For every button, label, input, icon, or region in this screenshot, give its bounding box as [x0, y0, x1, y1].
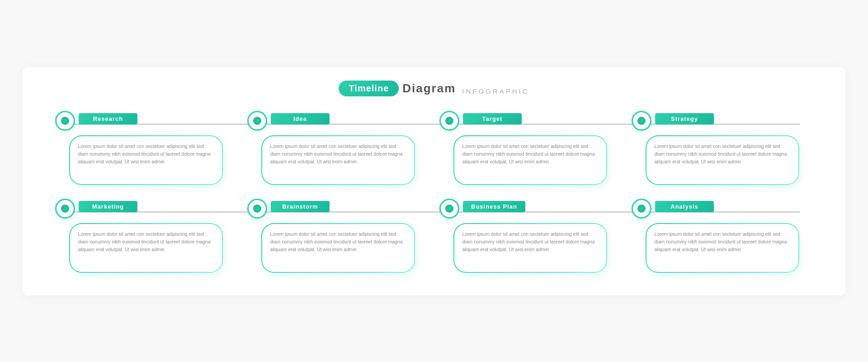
item-strategy-header: Strategy	[632, 111, 813, 131]
item-marketing-header: Marketing	[55, 199, 236, 219]
strategy-label: Strategy	[655, 113, 714, 124]
research-label: Research	[79, 113, 137, 124]
target-label: Target	[463, 113, 522, 124]
item-research: Research Lorem ipsum dolor sit amet con …	[50, 111, 242, 185]
research-content-text: Lorem ipsum dolor sit amet con sectetuer…	[78, 143, 214, 166]
item-target: Target Lorem ipsum dolor sit amet con se…	[434, 111, 626, 185]
research-circle-inner	[61, 117, 69, 125]
idea-content-box: Lorem ipsum dolor sit amet con sectetuer…	[261, 135, 415, 185]
marketing-content-text: Lorem ipsum dolor sit amet con sectetuer…	[78, 230, 214, 254]
item-idea: Idea Lorem ipsum dolor sit amet con sect…	[242, 111, 434, 185]
target-circle	[439, 111, 459, 131]
item-strategy: Strategy Lorem ipsum dolor sit amet con …	[626, 111, 818, 185]
marketing-circle	[55, 199, 75, 219]
analysis-label: Analysis	[655, 201, 714, 212]
strategy-circle	[632, 111, 651, 131]
target-content-box: Lorem ipsum dolor sit amet con sectetuer…	[453, 135, 607, 185]
item-business-plan: Business Plan Lorem ipsum dolor sit amet…	[434, 199, 626, 273]
item-analysis: Analysis Lorem ipsum dolor sit amet con …	[626, 199, 818, 273]
business-plan-content-text: Lorem ipsum dolor sit amet con sectetuer…	[462, 230, 598, 254]
item-brainstorm: Brainstorm Lorem ipsum dolor sit amet co…	[242, 199, 434, 273]
strategy-content-text: Lorem ipsum dolor sit amet con sectetuer…	[655, 143, 790, 166]
brainstorm-circle	[247, 199, 267, 219]
marketing-circle-inner	[61, 205, 69, 213]
idea-content-text: Lorem ipsum dolor sit amet con sectetuer…	[270, 143, 406, 166]
item-target-header: Target	[439, 111, 621, 131]
business-plan-circle-inner	[445, 205, 453, 213]
header: Timeline Diagram INFOGRAPHIC	[50, 81, 818, 96]
business-plan-content-box: Lorem ipsum dolor sit amet con sectetuer…	[453, 223, 607, 273]
item-business-plan-header: Business Plan	[439, 199, 621, 219]
idea-circle	[247, 111, 267, 131]
timeline-row-2: Marketing Lorem ipsum dolor sit amet con…	[50, 199, 818, 273]
strategy-content-box: Lorem ipsum dolor sit amet con sectetuer…	[646, 135, 799, 185]
brainstorm-circle-inner	[253, 205, 261, 213]
marketing-label: Marketing	[79, 201, 137, 212]
research-content-box: Lorem ipsum dolor sit amet con sectetuer…	[69, 135, 223, 185]
item-research-header: Research	[55, 111, 236, 131]
analysis-circle	[632, 199, 651, 219]
business-plan-label: Business Plan	[463, 201, 525, 212]
header-diagram-label: Diagram	[402, 81, 456, 95]
idea-circle-inner	[253, 117, 261, 125]
brainstorm-label: Brainstorm	[271, 201, 330, 212]
item-analysis-header: Analysis	[632, 199, 813, 219]
page-container: Timeline Diagram INFOGRAPHIC Research Lo…	[23, 67, 845, 295]
strategy-circle-inner	[637, 117, 646, 125]
research-circle	[55, 111, 75, 131]
analysis-content-text: Lorem ipsum dolor sit amet con sectetuer…	[655, 230, 790, 254]
header-timeline-badge: Timeline	[339, 81, 399, 96]
target-circle-inner	[445, 117, 453, 125]
timeline-row-1: Research Lorem ipsum dolor sit amet con …	[50, 111, 818, 185]
brainstorm-content-box: Lorem ipsum dolor sit amet con sectetuer…	[261, 223, 415, 273]
business-plan-circle	[439, 199, 459, 219]
marketing-content-box: Lorem ipsum dolor sit amet con sectetuer…	[69, 223, 223, 273]
item-brainstorm-header: Brainstorm	[247, 199, 429, 219]
brainstorm-content-text: Lorem ipsum dolor sit amet con sectetuer…	[270, 230, 406, 254]
target-content-text: Lorem ipsum dolor sit amet con sectetuer…	[462, 143, 598, 166]
item-idea-header: Idea	[247, 111, 429, 131]
header-infographic-label: INFOGRAPHIC	[462, 87, 529, 95]
analysis-content-box: Lorem ipsum dolor sit amet con sectetuer…	[646, 223, 799, 273]
item-marketing: Marketing Lorem ipsum dolor sit amet con…	[50, 199, 242, 273]
idea-label: Idea	[271, 113, 330, 124]
analysis-circle-inner	[637, 205, 646, 213]
